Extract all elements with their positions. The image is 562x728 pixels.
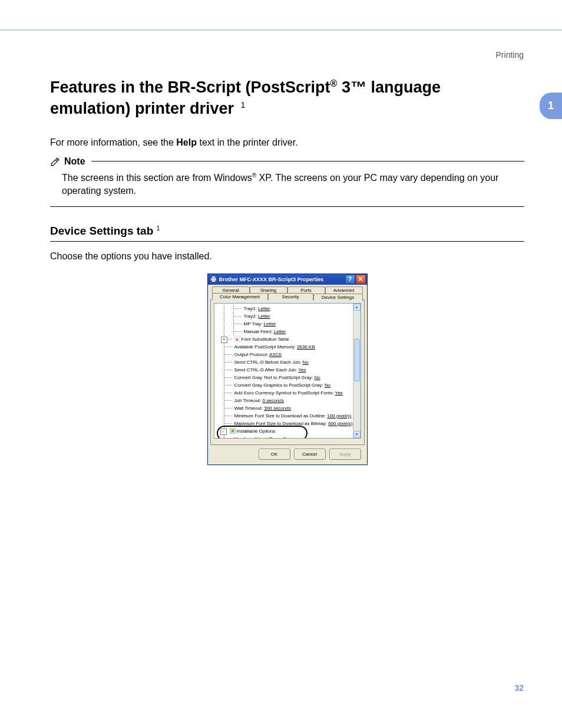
tree-item-label: Output Protocol: xyxy=(234,352,270,357)
tab-strip: General Sharing Ports Advanced Color Man… xyxy=(210,286,365,445)
tree-item[interactable]: Send CTRL-D Before Each Job: No xyxy=(217,358,361,366)
settings-tree[interactable]: Tray1: LetterTray2: LetterMP Tray: Lette… xyxy=(214,303,361,439)
options-icon xyxy=(230,428,236,434)
tree-item-label: Job Timeout: xyxy=(234,398,263,403)
tree-item[interactable]: -Installable Options xyxy=(217,427,361,435)
tree-item[interactable]: Tray2: Letter xyxy=(217,312,361,320)
tree-item-label: Wait Timeout: xyxy=(234,406,265,411)
apply-button[interactable]: Apply xyxy=(329,449,361,460)
tree-item-value[interactable]: No xyxy=(314,375,320,380)
expand-icon[interactable]: + xyxy=(221,337,227,343)
tree-item-value[interactable]: 600 pixel(s) xyxy=(328,421,352,426)
help-button[interactable]: ? xyxy=(345,275,355,284)
section-intro: Choose the options you have installed. xyxy=(50,251,524,262)
tree-item-label: Font Substitution Table xyxy=(242,337,289,342)
tree-item-label: Add Euro Currency Symbol to PostScript F… xyxy=(234,390,335,396)
tree-item-label: Tray1: xyxy=(244,306,259,311)
close-button[interactable]: ✕ xyxy=(356,275,366,284)
tree-item-value[interactable]: Yes xyxy=(335,390,343,396)
tree-item[interactable]: Number of Input Trays: 2 xyxy=(217,435,361,439)
tree-item[interactable]: Convert Gray Graphics to PostScript Gray… xyxy=(217,381,361,389)
section-rule xyxy=(50,241,524,242)
section-heading: Device Settings tab 1 xyxy=(50,225,524,238)
tree-item[interactable]: Minimum Font Size to Download as Outline… xyxy=(217,412,361,420)
section-heading-marker: 1 xyxy=(157,224,160,231)
tab-color-management[interactable]: Color Management xyxy=(212,293,268,300)
tree-item[interactable]: Convert Gray Text to PostScript Gray: No xyxy=(217,374,361,381)
tree-item-value[interactable]: Letter xyxy=(274,329,286,334)
tree-item[interactable]: MP Tray: Letter xyxy=(217,320,361,328)
scroll-thumb[interactable] xyxy=(354,339,360,381)
font-icon: a xyxy=(234,336,240,342)
tree-item[interactable]: Send CTRL-D After Each Job: Yes xyxy=(217,366,361,374)
tree-item[interactable]: Job Timeout: 0 seconds xyxy=(217,397,361,404)
tree-item-label: Send CTRL-D Before Each Job: xyxy=(234,360,303,365)
tab-panel: Tray1: LetterTray2: LetterMP Tray: Lette… xyxy=(210,299,365,445)
page-number: 32 xyxy=(514,683,524,693)
svg-rect-1 xyxy=(211,276,215,278)
registered-symbol: ® xyxy=(330,78,338,88)
svg-point-6 xyxy=(232,430,234,432)
svg-text:a: a xyxy=(236,337,239,342)
scroll-up-arrow[interactable]: ▲ xyxy=(353,304,361,311)
tree-item[interactable]: Manual Feed: Letter xyxy=(217,328,361,335)
tree-item-label: MP Tray: xyxy=(244,321,264,327)
tree-item-value[interactable]: Letter xyxy=(264,321,276,327)
properties-dialog: Brother MFC-XXXX BR-Script3 Properties ?… xyxy=(207,274,368,465)
tree-item-value[interactable]: 100 pixel(s) xyxy=(327,413,351,419)
tree-item-value[interactable]: No xyxy=(303,360,309,365)
chapter-thumb-tab: 1 xyxy=(540,93,562,119)
cancel-button[interactable]: Cancel xyxy=(294,449,326,460)
intro-bold: Help xyxy=(176,137,197,147)
collapse-icon[interactable]: - xyxy=(220,429,227,435)
intro-post: text in the printer driver. xyxy=(197,137,298,147)
page-title: Features in the BR-Script (PostScript® 3… xyxy=(50,77,524,120)
header-section-label: Printing xyxy=(496,50,524,60)
tree-item[interactable]: Tray1: Letter xyxy=(217,305,361,312)
tree-item[interactable]: Maximum Font Size to Download as Bitmap:… xyxy=(217,420,361,427)
tree-item-value[interactable]: No xyxy=(325,383,330,388)
tree-item-value[interactable]: Letter xyxy=(258,306,270,311)
tree-item-value[interactable]: Yes xyxy=(298,367,306,373)
dialog-titlebar[interactable]: Brother MFC-XXXX BR-Script3 Properties ?… xyxy=(208,274,367,285)
top-accent-bar xyxy=(0,29,562,31)
tree-item[interactable]: Wait Timeout: 300 seconds xyxy=(217,404,361,412)
tree-item[interactable]: Add Euro Currency Symbol to PostScript F… xyxy=(217,389,361,397)
note-block: Note The screens in this section are fro… xyxy=(50,156,524,207)
tree-item[interactable]: Output Protocol: ASCII xyxy=(217,351,361,358)
note-body-pre: The screens in this section are from Win… xyxy=(62,173,252,183)
note-top-rule xyxy=(91,161,524,162)
scroll-down-arrow[interactable]: ▼ xyxy=(353,431,361,438)
printer-app-icon xyxy=(210,276,217,282)
tree-item-value[interactable]: Letter xyxy=(258,314,270,319)
section-heading-text: Device Settings tab xyxy=(50,225,153,237)
tree-item[interactable]: Available PostScript Memory: 2636 KB xyxy=(217,343,361,351)
tree-item-label: Send CTRL-D After Each Job: xyxy=(234,367,299,373)
tree-item-value[interactable]: 2636 KB xyxy=(297,344,315,350)
title-sub-marker: 1 xyxy=(241,100,246,110)
tab-device-settings[interactable]: Device Settings xyxy=(313,294,363,301)
tree-item-label: Maximum Font Size to Download as Bitmap: xyxy=(234,421,329,426)
tree-scrollbar[interactable]: ▲ ▼ xyxy=(353,304,361,438)
intro-paragraph: For more information, see the Help text … xyxy=(50,137,524,148)
tab-security[interactable]: Security xyxy=(268,293,313,300)
dialog-button-row: OK Cancel Apply xyxy=(210,445,365,461)
tree-item-value[interactable]: 300 seconds xyxy=(264,406,290,411)
tree-item-label: Available PostScript Memory: xyxy=(234,344,297,350)
ok-button[interactable]: OK xyxy=(259,449,290,460)
tree-item-label: Installable Options xyxy=(237,429,276,434)
note-body: The screens in this section are from Win… xyxy=(50,172,524,198)
dialog-title-text: Brother MFC-XXXX BR-Script3 Properties xyxy=(219,276,324,282)
tree-item-value[interactable]: 2 xyxy=(283,436,286,439)
tree-item-value[interactable]: 0 seconds xyxy=(263,398,284,403)
tree-item-label: Number of Input Trays: xyxy=(234,436,284,439)
footer-accent-bar xyxy=(531,682,562,695)
note-label: Note xyxy=(64,156,85,167)
svg-rect-2 xyxy=(211,280,215,282)
tree-item-label: Convert Gray Text to PostScript Gray: xyxy=(234,375,315,380)
tree-item-label: Manual Feed: xyxy=(244,329,274,334)
tree-item[interactable]: +aFont Substitution Table xyxy=(217,335,361,343)
tree-item-value[interactable]: ASCII xyxy=(269,352,282,357)
tree-item-label: Convert Gray Graphics to PostScript Gray… xyxy=(234,383,325,388)
title-part-1: Features in the BR-Script (PostScript xyxy=(50,78,330,96)
